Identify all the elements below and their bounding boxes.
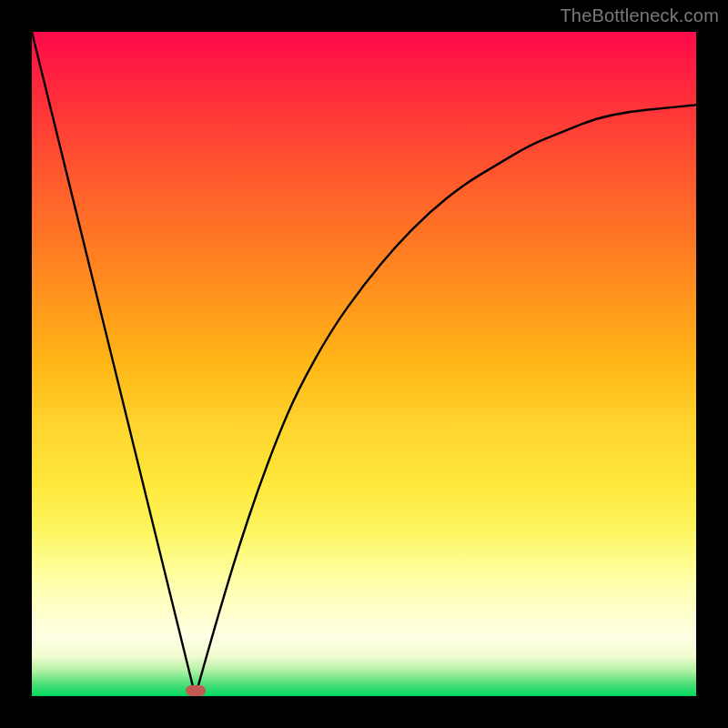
optimal-point-marker — [186, 685, 206, 696]
figure-frame: TheBottleneck.com — [0, 0, 728, 728]
curve-path — [32, 32, 696, 696]
bottleneck-curve — [32, 32, 696, 696]
plot-area — [32, 32, 696, 696]
watermark-text: TheBottleneck.com — [560, 5, 719, 26]
